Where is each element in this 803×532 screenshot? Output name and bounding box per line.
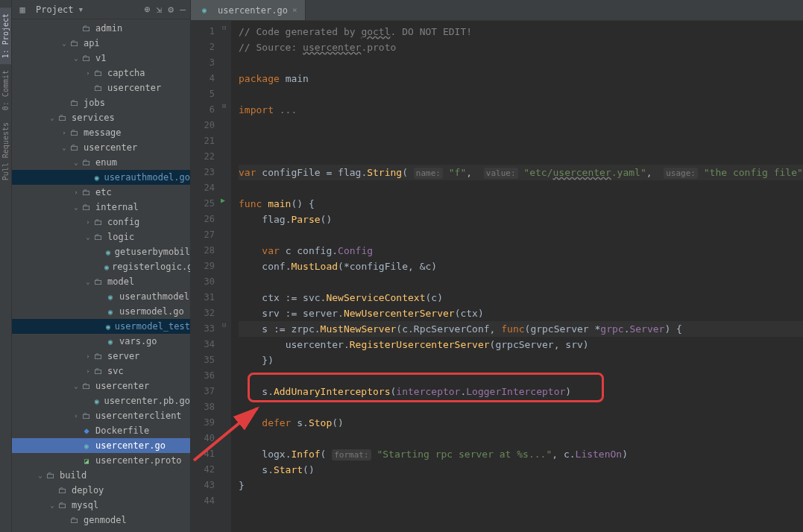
editor-body[interactable]: 1 2 3 4 5 6 20 21 22 23 24 25 26 27 28 2… [191,21,803,532]
tree-folder[interactable]: ›🗀config [12,215,190,229]
tree-folder[interactable]: ⌄🗀build [12,468,190,483]
pull-requests-tool-tab[interactable]: Pull Requests [0,116,11,186]
tree-file[interactable]: ◆Dockerfile [12,423,190,438]
go-file-icon: ◉ [198,6,210,14]
tree-file[interactable]: ◉usermodel_test [12,319,190,334]
tree-folder[interactable]: 🗀genmodel [12,513,190,528]
tree-folder[interactable]: ⌄🗀enum [12,155,190,170]
tree-folder[interactable]: ›🗀captcha [12,66,190,80]
tree-folder[interactable]: ›🗀etc [12,185,190,200]
fold-icon[interactable]: ⊟ [222,321,226,329]
tree-file[interactable]: ◉usermodel.go [12,304,190,319]
commit-tool-tab[interactable]: 0: Commit [0,64,11,116]
tree-folder[interactable]: 🗀usercenter [12,80,190,95]
tree-file[interactable]: ◉userauthmodel [12,289,190,304]
tab-label: usercenter.go [218,5,288,16]
line-number-gutter: 1 2 3 4 5 6 20 21 22 23 24 25 26 27 28 2… [191,21,221,532]
tree-folder[interactable]: ⌄🗀v1 [12,51,190,66]
gear-icon[interactable]: ⚙ [168,4,174,15]
select-opened-icon[interactable]: ⊕ [145,4,151,15]
tree-folder[interactable]: ⌄🗀usercenter [12,140,190,155]
tree-folder[interactable]: ⌄🗀model [12,274,190,289]
project-panel: ▦ Project ▾ ⊕ ⇲ ⚙ — 🗀admin ⌄🗀api ⌄🗀v1 ›🗀… [12,0,191,532]
minimize-icon[interactable]: — [180,4,186,15]
fold-icon[interactable]: ⊞ [222,102,226,110]
tool-window-bar: 1: Project 0: Commit Pull Requests [0,0,12,532]
expand-all-icon[interactable]: ⇲ [157,4,163,15]
tree-folder[interactable]: ⌄🗀mysql [12,498,190,513]
editor-tab[interactable]: ◉ usercenter.go × [191,0,306,20]
run-icon[interactable]: ▶ [221,196,225,204]
project-tree[interactable]: 🗀admin ⌄🗀api ⌄🗀v1 ›🗀captcha 🗀usercenter … [12,19,190,532]
tree-folder[interactable]: ⌄🗀usercenter [12,379,190,393]
project-icon: ▦ [16,4,28,15]
tree-folder[interactable]: ›🗀usercenterclient [12,408,190,423]
project-header: ▦ Project ▾ ⊕ ⇲ ⚙ — [12,0,190,19]
gutter-markers: ⊟ ⊞ ▶ ⊟ [221,21,231,532]
tree-file[interactable]: ◉registerlogic.go [12,259,190,274]
tree-folder[interactable]: ›🗀message [12,125,190,140]
tree-file[interactable]: ◉getuserbymobil [12,244,190,259]
editor-area: ◉ usercenter.go × 1 2 3 4 5 6 20 21 22 2… [191,0,803,532]
close-icon[interactable]: × [292,5,297,15]
code-area[interactable]: // Code generated by goctl. DO NOT EDIT!… [231,21,803,532]
tree-file[interactable]: ◪usercenter.proto [12,453,190,468]
dropdown-icon[interactable]: ▾ [78,4,84,15]
tree-file-active[interactable]: ◉usercenter.go [12,438,190,453]
project-tool-tab[interactable]: 1: Project [0,7,11,64]
tree-file[interactable]: ◉vars.go [12,334,190,349]
tree-folder[interactable]: 🗀admin [12,21,190,36]
tree-folder[interactable]: ›🗀svc [12,364,190,379]
editor-tab-bar: ◉ usercenter.go × [191,0,803,21]
tree-file[interactable]: ◉userauthmodel.go [12,170,190,185]
tree-folder[interactable]: ⌄🗀services [12,110,190,125]
tree-file[interactable]: ◉usercenter.pb.go [12,393,190,408]
tree-folder[interactable]: 🗀jobs [12,95,190,110]
project-title: Project [36,4,74,15]
tree-folder[interactable]: 🗀deploy [12,483,190,498]
tree-folder[interactable]: ⌄🗀api [12,36,190,51]
tree-folder[interactable]: ›🗀server [12,349,190,364]
tree-folder[interactable]: ⌄🗀logic [12,229,190,244]
fold-icon[interactable]: ⊟ [222,24,226,31]
tree-folder[interactable]: ⌄🗀internal [12,200,190,215]
